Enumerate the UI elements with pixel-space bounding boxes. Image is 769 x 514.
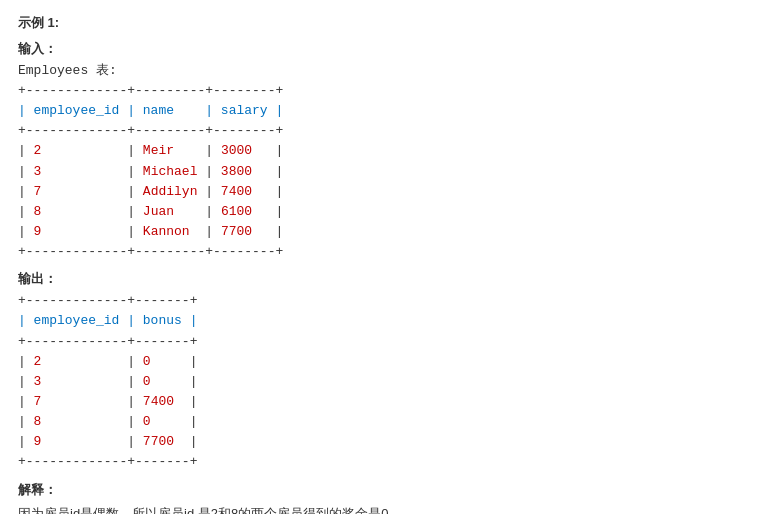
input-ascii-table: +-------------+---------+--------+ | emp… (18, 81, 751, 262)
table-name: Employees 表: (18, 61, 751, 79)
output-ascii-table: +-------------+-------+ | employee_id | … (18, 291, 751, 472)
input-table: +-------------+---------+--------+ | emp… (18, 81, 751, 262)
page: 示例 1: 输入： Employees 表: +-------------+--… (0, 0, 769, 514)
explanation: 因为雇员id是偶数，所以雇员id 是2和8的两个雇员得到的奖金是0。 雇员id为… (18, 503, 751, 514)
output-label: 输出： (18, 270, 751, 288)
explanation-label: 解释： (18, 481, 751, 499)
explanation-line-1: 因为雇员id是偶数，所以雇员id 是2和8的两个雇员得到的奖金是0。 (18, 503, 751, 514)
output-table: +-------------+-------+ | employee_id | … (18, 291, 751, 472)
input-label: 输入： (18, 40, 751, 58)
example-title: 示例 1: (18, 14, 751, 32)
